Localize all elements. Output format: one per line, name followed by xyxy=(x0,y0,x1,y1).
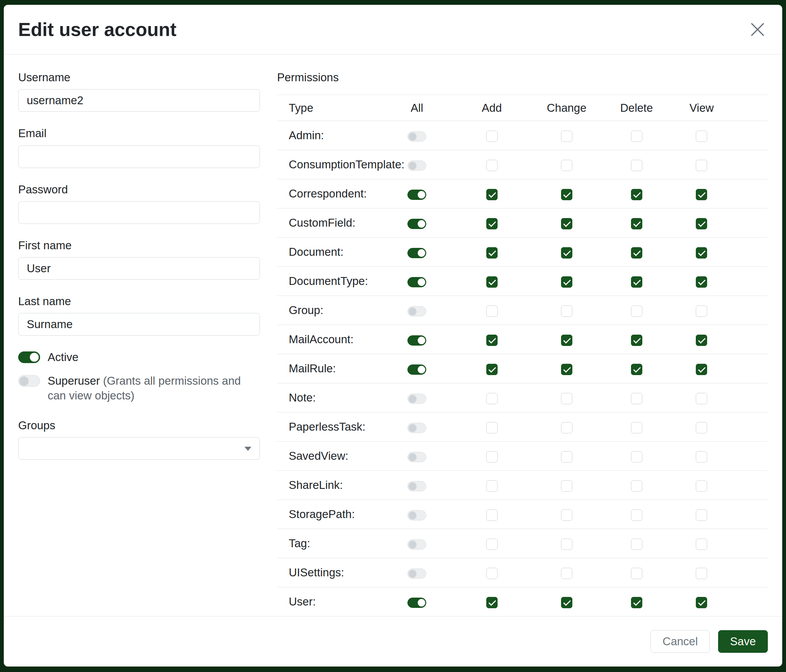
permission-delete-checkbox[interactable] xyxy=(631,568,642,579)
permission-all-toggle[interactable] xyxy=(407,277,426,287)
permission-all-toggle[interactable] xyxy=(407,394,426,404)
permission-view-checkbox[interactable] xyxy=(696,393,707,404)
permission-delete-checkbox[interactable] xyxy=(631,247,642,259)
permission-view-checkbox[interactable] xyxy=(696,276,707,288)
permission-add-checkbox[interactable] xyxy=(486,539,498,550)
permission-change-checkbox[interactable] xyxy=(561,539,572,550)
permission-delete-checkbox[interactable] xyxy=(631,480,642,491)
permission-delete-checkbox[interactable] xyxy=(631,130,642,142)
permission-add-checkbox[interactable] xyxy=(486,451,498,463)
permission-all-toggle[interactable] xyxy=(407,131,426,141)
permission-view-checkbox[interactable] xyxy=(696,509,707,521)
permission-add-checkbox[interactable] xyxy=(486,568,498,579)
column-header-add: Add xyxy=(454,95,530,121)
permission-change-checkbox[interactable] xyxy=(561,276,572,288)
permission-add-checkbox[interactable] xyxy=(486,597,498,608)
permission-add-checkbox[interactable] xyxy=(486,422,498,433)
permission-view-checkbox[interactable] xyxy=(696,568,707,579)
permission-change-checkbox[interactable] xyxy=(561,306,572,317)
permission-view-checkbox[interactable] xyxy=(696,130,707,142)
permission-all-toggle[interactable] xyxy=(407,510,426,520)
superuser-toggle[interactable] xyxy=(18,375,40,387)
permission-change-checkbox[interactable] xyxy=(561,568,572,579)
last-name-input[interactable] xyxy=(18,313,260,336)
permission-view-checkbox[interactable] xyxy=(696,306,707,317)
permission-change-checkbox[interactable] xyxy=(561,509,572,521)
permission-view-checkbox[interactable] xyxy=(696,480,707,491)
permission-view-checkbox[interactable] xyxy=(696,539,707,550)
permission-view-checkbox[interactable] xyxy=(696,189,707,200)
permission-all-toggle[interactable] xyxy=(407,160,426,171)
permission-all-toggle[interactable] xyxy=(407,568,426,579)
permission-delete-checkbox[interactable] xyxy=(631,160,642,171)
permission-delete-checkbox[interactable] xyxy=(631,334,642,346)
email-input[interactable] xyxy=(18,145,260,168)
permission-delete-checkbox[interactable] xyxy=(631,306,642,317)
permission-delete-checkbox[interactable] xyxy=(631,189,642,200)
permission-change-checkbox[interactable] xyxy=(561,130,572,142)
permission-add-checkbox[interactable] xyxy=(486,334,498,346)
username-input[interactable] xyxy=(18,89,260,112)
permission-add-checkbox[interactable] xyxy=(486,276,498,288)
permission-add-checkbox[interactable] xyxy=(486,160,498,171)
permission-add-checkbox[interactable] xyxy=(486,509,498,521)
permission-view-checkbox[interactable] xyxy=(696,334,707,346)
permission-add-checkbox[interactable] xyxy=(486,393,498,404)
permission-view-checkbox[interactable] xyxy=(696,218,707,229)
permission-view-checkbox[interactable] xyxy=(696,160,707,171)
permission-change-checkbox[interactable] xyxy=(561,189,572,200)
permission-delete-checkbox[interactable] xyxy=(631,509,642,521)
permission-all-toggle[interactable] xyxy=(407,364,426,375)
permission-all-toggle[interactable] xyxy=(407,306,426,316)
permission-change-checkbox[interactable] xyxy=(561,160,572,171)
permission-delete-checkbox[interactable] xyxy=(631,393,642,404)
permission-view-checkbox[interactable] xyxy=(696,451,707,463)
permission-delete-checkbox[interactable] xyxy=(631,422,642,433)
permission-all-toggle[interactable] xyxy=(407,248,426,258)
save-button[interactable]: Save xyxy=(718,630,768,653)
permission-delete-checkbox[interactable] xyxy=(631,539,642,550)
permission-all-toggle[interactable] xyxy=(407,335,426,345)
groups-select[interactable] xyxy=(18,437,260,460)
permission-add-checkbox[interactable] xyxy=(486,364,498,375)
permission-change-checkbox[interactable] xyxy=(561,334,572,346)
permission-change-checkbox[interactable] xyxy=(561,218,572,229)
permission-add-checkbox[interactable] xyxy=(486,218,498,229)
permission-delete-checkbox[interactable] xyxy=(631,597,642,608)
permission-delete-checkbox[interactable] xyxy=(631,218,642,229)
permission-all-toggle[interactable] xyxy=(407,190,426,200)
permission-add-checkbox[interactable] xyxy=(486,130,498,142)
permission-add-checkbox[interactable] xyxy=(486,480,498,491)
first-name-label: First name xyxy=(18,238,260,252)
password-input[interactable] xyxy=(18,201,260,224)
first-name-input[interactable] xyxy=(18,257,260,280)
permission-delete-checkbox[interactable] xyxy=(631,276,642,288)
permission-add-checkbox[interactable] xyxy=(486,189,498,200)
permission-add-checkbox[interactable] xyxy=(486,306,498,317)
close-icon[interactable] xyxy=(747,19,768,40)
permission-change-checkbox[interactable] xyxy=(561,393,572,404)
permission-all-toggle[interactable] xyxy=(407,219,426,229)
permission-change-checkbox[interactable] xyxy=(561,597,572,608)
permission-view-checkbox[interactable] xyxy=(696,364,707,375)
permission-change-checkbox[interactable] xyxy=(561,422,572,433)
permission-add-checkbox[interactable] xyxy=(486,247,498,259)
permission-all-toggle[interactable] xyxy=(407,452,426,462)
permission-all-toggle[interactable] xyxy=(407,481,426,491)
cancel-button[interactable]: Cancel xyxy=(651,630,710,653)
permission-delete-checkbox[interactable] xyxy=(631,451,642,463)
permission-change-checkbox[interactable] xyxy=(561,247,572,259)
permission-change-checkbox[interactable] xyxy=(561,364,572,375)
permission-change-checkbox[interactable] xyxy=(561,451,572,463)
permission-change-checkbox[interactable] xyxy=(561,480,572,491)
permission-all-toggle[interactable] xyxy=(407,423,426,433)
permission-view-checkbox[interactable] xyxy=(696,597,707,608)
column-header-delete: Delete xyxy=(604,95,670,121)
permission-all-toggle[interactable] xyxy=(407,539,426,550)
permission-view-checkbox[interactable] xyxy=(696,422,707,433)
permission-type-label: UISettings: xyxy=(277,558,380,587)
permission-all-toggle[interactable] xyxy=(407,598,426,608)
permission-view-checkbox[interactable] xyxy=(696,247,707,259)
active-toggle[interactable] xyxy=(18,352,40,363)
permission-delete-checkbox[interactable] xyxy=(631,364,642,375)
